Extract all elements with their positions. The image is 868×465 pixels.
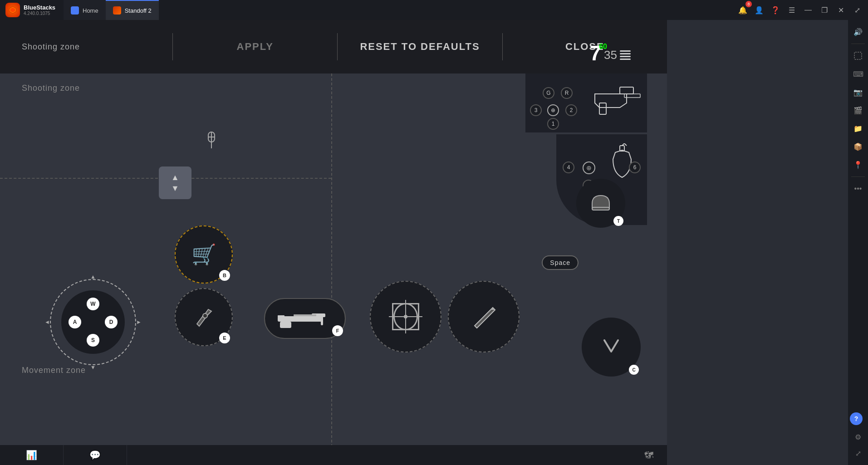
sidebar-more[interactable]: ••• <box>850 181 866 197</box>
joystick-inner: W S A D <box>61 290 125 354</box>
expand-button[interactable]: ⤢ <box>850 3 864 17</box>
map-button[interactable]: 🗺 M <box>631 450 667 460</box>
shooting-zone-label: Shooting zone <box>0 42 172 52</box>
home-tab-label: Home <box>83 7 98 14</box>
game-area: Shooting zone APPLY RESET TO DEFAULTS CL… <box>0 20 667 465</box>
sidebar-sep-2 <box>851 176 865 177</box>
movement-joystick[interactable]: W S A D ▲ ▼ ◄ ► <box>50 279 136 365</box>
key-6-badge[interactable]: 6 <box>629 162 641 173</box>
settings-icon[interactable]: ⚙ <box>850 429 866 445</box>
key-e-badge: E <box>219 333 230 343</box>
crouch-icon <box>598 333 625 361</box>
sidebar-settings: ⚙ <box>850 429 866 445</box>
sidebar-border[interactable] <box>850 48 866 64</box>
sidebar-bottom: ? ⚙ ⤢ <box>850 412 866 461</box>
minimize-button[interactable]: — <box>801 3 815 17</box>
app-version: 4.240.0.1075 <box>24 11 55 16</box>
shop-icon: 🛒 <box>191 243 216 266</box>
key-3-badge[interactable]: 3 <box>530 104 542 116</box>
fps-counter: 60 <box>599 43 607 51</box>
key-2-badge[interactable]: 2 <box>565 104 577 116</box>
apply-button[interactable]: APPLY <box>173 20 337 73</box>
bottom-bar: 📊 💬 🗺 M <box>0 445 667 465</box>
svg-rect-13 <box>592 207 609 210</box>
app-name: BlueStacks <box>24 4 55 11</box>
tools-button-inner: E <box>176 289 232 345</box>
svg-rect-15 <box>599 103 606 114</box>
rifle-icon <box>275 307 334 330</box>
crosshair-icon <box>392 303 419 330</box>
game-tab-label: Standoff 2 <box>125 7 152 14</box>
key-1-badge[interactable]: 1 <box>547 118 559 130</box>
account-button[interactable]: 👤 <box>752 3 766 17</box>
shooting-zone-label: Shooting zone <box>22 83 80 93</box>
key-g-badge[interactable]: G <box>543 87 554 99</box>
sidebar-location[interactable]: 📍 <box>850 157 866 173</box>
stats-button[interactable]: 📊 <box>0 445 64 465</box>
aim-badge-2[interactable]: ⊕ <box>583 162 595 174</box>
top-toolbar: Shooting zone APPLY RESET TO DEFAULTS CL… <box>0 20 667 73</box>
title-bar: BlueStacks 4.240.0.1075 Home Standoff 2 … <box>0 0 868 20</box>
scope-button[interactable] <box>370 281 441 352</box>
shop-button[interactable]: 🛒 B <box>175 225 233 284</box>
sidebar-screenshot[interactable]: 📷 <box>850 84 866 100</box>
pistol-icon <box>586 78 645 123</box>
space-button[interactable]: Space <box>542 255 579 270</box>
svg-rect-10 <box>280 322 291 328</box>
close-button[interactable]: ✕ <box>834 3 848 17</box>
sidebar-video[interactable]: 🎬 <box>850 102 866 118</box>
key-d[interactable]: D <box>105 316 118 328</box>
notification-count: 8 <box>745 1 752 7</box>
scroll-down-arrow: ▼ <box>171 184 179 192</box>
ammo-bars <box>620 50 631 60</box>
joystick-arrow-down: ▼ <box>90 364 96 371</box>
svg-rect-18 <box>854 52 862 59</box>
joystick-arrow-up: ▲ <box>90 274 96 280</box>
scroll-up-arrow: ▲ <box>171 173 179 181</box>
help-button[interactable]: ❓ <box>768 3 783 17</box>
close-toolbar-button[interactable]: CLOSE <box>503 20 667 73</box>
svg-rect-14 <box>620 87 633 94</box>
menu-button[interactable]: ☰ <box>785 3 799 17</box>
sidebar-volume[interactable]: 🔊 <box>850 24 866 40</box>
key-w[interactable]: W <box>87 298 99 310</box>
sidebar-folder[interactable]: 📁 <box>850 120 866 137</box>
key-4-badge[interactable]: 4 <box>563 162 574 173</box>
home-tab[interactable]: Home <box>64 0 106 20</box>
reset-button[interactable]: RESET TO DEFAULTS <box>338 20 502 73</box>
key-a[interactable]: A <box>69 316 81 328</box>
weapon-button[interactable]: F <box>264 298 346 339</box>
right-sidebar: 🔊 ⌨ 📷 🎬 📁 📦 📍 ••• ? ⚙ ⤢ <box>848 20 868 465</box>
notification-button[interactable]: 🔔 8 <box>736 3 750 17</box>
app-logo: BlueStacks 4.240.0.1075 <box>0 3 64 17</box>
sidebar-sep-1 <box>851 44 865 44</box>
joystick-arrow-right: ► <box>136 319 142 325</box>
bluestacks-logo <box>5 3 20 17</box>
knife-button[interactable] <box>448 281 520 352</box>
svg-rect-11 <box>278 315 284 317</box>
tools-button[interactable]: E <box>175 288 233 346</box>
sidebar-archive[interactable]: 📦 <box>850 138 866 155</box>
key-r-badge[interactable]: R <box>561 87 573 99</box>
game-tab[interactable]: Standoff 2 <box>106 0 159 20</box>
help-circle[interactable]: ? <box>850 412 863 425</box>
scroll-control[interactable]: ▲ ▼ <box>159 166 191 199</box>
mouse-cursor-icon <box>203 131 220 153</box>
sidebar-expand[interactable]: ⤢ <box>850 445 866 461</box>
crouch-button[interactable]: C <box>582 318 641 377</box>
chat-button[interactable]: 💬 <box>64 445 127 465</box>
ammo-bar-2 <box>620 53 631 54</box>
shop-button-inner: 🛒 B <box>176 226 232 283</box>
map-key: M <box>647 455 651 460</box>
key-c-badge: C <box>629 365 639 375</box>
maximize-button[interactable]: ❐ <box>817 3 832 17</box>
home-tab-icon <box>71 6 79 15</box>
app-info: BlueStacks 4.240.0.1075 <box>24 4 55 16</box>
svg-rect-12 <box>294 314 316 316</box>
aim-badge[interactable]: ⊕ <box>547 104 559 116</box>
svg-point-6 <box>203 313 207 318</box>
helmet-button[interactable]: T <box>576 179 625 228</box>
key-s[interactable]: S <box>87 334 99 347</box>
key-t-badge: T <box>613 216 623 226</box>
sidebar-keyboard[interactable]: ⌨ <box>850 66 866 82</box>
